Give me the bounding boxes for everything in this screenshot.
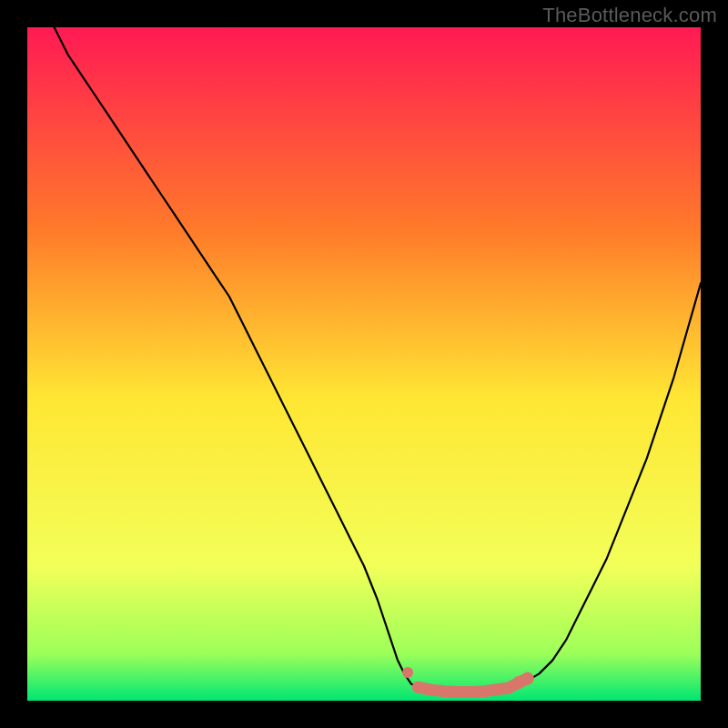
marker-dot bbox=[402, 667, 413, 678]
chart-svg bbox=[27, 27, 701, 701]
chart-frame: TheBottleneck.com bbox=[0, 0, 728, 728]
marker-dot bbox=[521, 672, 534, 685]
gradient-background bbox=[27, 27, 701, 701]
watermark-text: TheBottleneck.com bbox=[542, 4, 717, 27]
bottleneck-plot bbox=[27, 27, 701, 701]
